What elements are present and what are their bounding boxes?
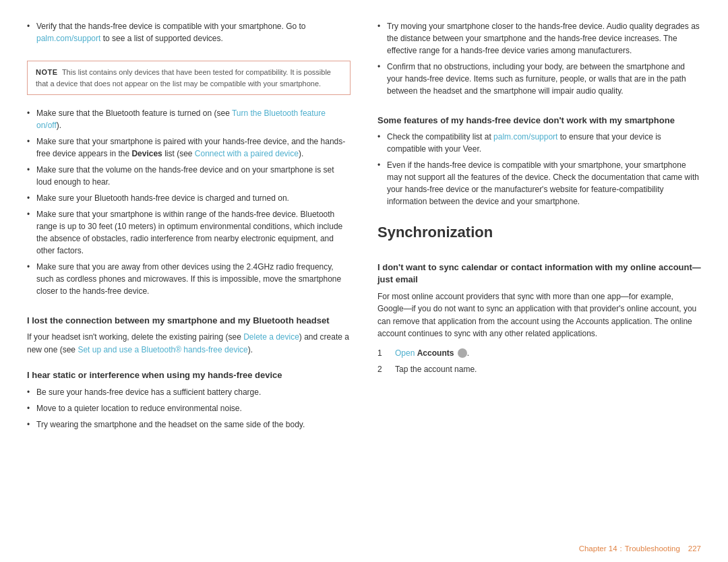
main-bullet-3: Make sure that the volume on the hands-f… bbox=[27, 164, 351, 188]
step-2-text: Tap the account name. bbox=[395, 363, 477, 375]
section-static: I hear static or interference when using… bbox=[27, 365, 351, 434]
features-bullet-1: Check the compatibility list at palm.com… bbox=[377, 131, 701, 155]
static-heading: I hear static or interference when using… bbox=[27, 369, 351, 381]
note-text: This list contains only devices that hav… bbox=[36, 68, 331, 88]
main-bullet-4: Make sure your Bluetooth hands-free devi… bbox=[27, 192, 351, 204]
static-bullet-1: Be sure your hands-free device has a suf… bbox=[27, 386, 351, 398]
bluetooth-feature-link[interactable]: Turn the Bluetooth feature on/off bbox=[36, 108, 326, 130]
sync-steps: 1 Open Accounts . 2 Tap the account name… bbox=[377, 347, 701, 375]
accounts-label: Accounts bbox=[417, 348, 454, 358]
intro-bullets: Verify that the hands-free device is com… bbox=[27, 20, 351, 49]
footer-section: Troubleshooting bbox=[625, 544, 680, 553]
palm-support-link-2[interactable]: palm.com/support bbox=[493, 132, 557, 142]
sync-step-2: 2 Tap the account name. bbox=[377, 363, 701, 375]
page-container: Verify that the hands-free device is com… bbox=[0, 0, 728, 562]
section-lost-connection: I lost the connection between my smartph… bbox=[27, 311, 351, 356]
intro-bullet-1: Verify that the hands-free device is com… bbox=[27, 20, 351, 44]
section-sync: I don't want to sync calendar or contact… bbox=[377, 257, 701, 379]
footer-page: 227 bbox=[688, 544, 701, 553]
features-heading: Some features of my hands-free device do… bbox=[377, 115, 701, 127]
lost-connection-body: If your headset isn't working, delete th… bbox=[27, 331, 351, 356]
step-num-2: 2 bbox=[377, 363, 388, 375]
paired-device-link[interactable]: Connect with a paired device bbox=[195, 149, 299, 158]
footer-separator: : bbox=[620, 544, 622, 553]
delete-device-link[interactable]: Delete a device bbox=[243, 332, 299, 342]
footer: Chapter 14 : Troubleshooting 227 bbox=[579, 544, 701, 553]
lost-connection-heading: I lost the connection between my smartph… bbox=[27, 315, 351, 327]
sync-sub-heading: I don't want to sync calendar or contact… bbox=[377, 261, 701, 286]
main-bullet-5: Make sure that your smartphone is within… bbox=[27, 208, 351, 257]
sync-heading: Synchronization bbox=[377, 224, 701, 241]
setup-bluetooth-link[interactable]: Set up and use a Bluetooth® hands-free d… bbox=[78, 345, 247, 354]
footer-chapter: Chapter 14 bbox=[579, 544, 617, 553]
static-bullet-3: Try wearing the smartphone and the heads… bbox=[27, 418, 351, 431]
accounts-icon bbox=[458, 348, 467, 358]
note-label: NOTE bbox=[36, 68, 58, 76]
main-bullet-1: Make sure that the Bluetooth feature is … bbox=[27, 107, 351, 131]
static-bullets: Be sure your hands-free device has a suf… bbox=[27, 386, 351, 431]
main-bullet-2: Make sure that your smartphone is paired… bbox=[27, 135, 351, 160]
main-bullet-6: Make sure that you are away from other d… bbox=[27, 261, 351, 297]
open-accounts-link[interactable]: Open bbox=[395, 348, 415, 358]
features-bullet-2: Even if the hands-free device is compati… bbox=[377, 159, 701, 208]
main-bullets: Make sure that the Bluetooth feature is … bbox=[27, 107, 351, 301]
right-top-bullets: Try moving your smartphone closer to the… bbox=[377, 20, 701, 101]
right-column: Try moving your smartphone closer to the… bbox=[377, 20, 701, 542]
left-column: Verify that the hands-free device is com… bbox=[27, 20, 351, 542]
sync-step-1: 1 Open Accounts . bbox=[377, 347, 701, 359]
section-features: Some features of my hands-free device do… bbox=[377, 111, 701, 212]
right-bullet-2: Confirm that no obstructions, including … bbox=[377, 61, 701, 97]
step-num-1: 1 bbox=[377, 347, 388, 359]
static-bullet-2: Move to a quieter location to reduce env… bbox=[27, 402, 351, 414]
step-1-text: Open Accounts . bbox=[395, 347, 469, 359]
palm-support-link-1[interactable]: palm.com/support bbox=[36, 34, 100, 43]
features-bullets: Check the compatibility list at palm.com… bbox=[377, 131, 701, 208]
right-bullet-1: Try moving your smartphone closer to the… bbox=[377, 20, 701, 57]
sync-body: For most online account providers that s… bbox=[377, 290, 701, 340]
note-box: NOTE This list contains only devices tha… bbox=[27, 61, 351, 95]
